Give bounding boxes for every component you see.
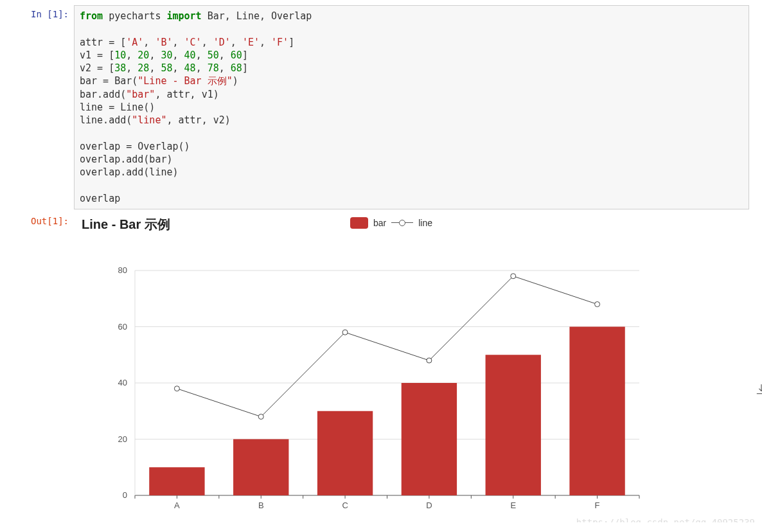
x-tick-label: C (342, 501, 348, 510)
bar[interactable] (486, 355, 541, 495)
chart-svg: 020406080ABCDEF (74, 238, 652, 515)
code-editor[interactable]: from pyecharts import Bar, Line, Overlap… (74, 5, 749, 209)
x-tick-label: F (595, 501, 600, 510)
line-point[interactable] (258, 414, 263, 419)
chart-legend: bar line (350, 217, 432, 229)
x-tick-label: B (258, 501, 264, 510)
bar[interactable] (317, 411, 373, 495)
legend-bar-swatch[interactable] (350, 217, 368, 229)
download-icon[interactable] (755, 383, 762, 396)
legend-line-label[interactable]: line (418, 218, 432, 228)
chart-container: Line - Bar 示例 bar line 020406080ABCDEF h… (74, 216, 716, 515)
line-point[interactable] (511, 274, 516, 279)
line-point[interactable] (342, 330, 348, 335)
bar[interactable] (569, 326, 625, 495)
input-prompt: In [1]: (13, 5, 74, 209)
line-point[interactable] (174, 386, 179, 391)
bar[interactable] (149, 467, 204, 495)
line-point[interactable] (427, 358, 432, 363)
bar[interactable] (233, 439, 288, 495)
x-tick-label: D (426, 501, 432, 510)
bar[interactable] (402, 383, 457, 495)
input-cell: In [1]: from pyecharts import Bar, Line,… (13, 5, 749, 209)
output-prompt: Out[1]: (13, 212, 74, 515)
y-tick-label: 20 (118, 434, 127, 443)
y-tick-label: 0 (123, 490, 127, 500)
x-tick-label: A (174, 501, 180, 510)
legend-bar-label[interactable]: bar (373, 218, 386, 228)
x-tick-label: E (510, 501, 516, 510)
y-tick-label: 40 (118, 378, 127, 387)
output-area: Line - Bar 示例 bar line 020406080ABCDEF h… (74, 212, 749, 515)
kw-from: from (80, 10, 103, 22)
watermark: https://blog.csdn.net/qq_40925239 (576, 517, 755, 522)
line-point[interactable] (595, 301, 600, 306)
kw-import: import (166, 10, 201, 22)
y-tick-label: 60 (118, 321, 127, 331)
y-tick-label: 80 (118, 265, 127, 275)
output-cell: Out[1]: Line - Bar 示例 bar line 020406080… (13, 212, 749, 515)
legend-line-swatch[interactable] (391, 220, 413, 226)
